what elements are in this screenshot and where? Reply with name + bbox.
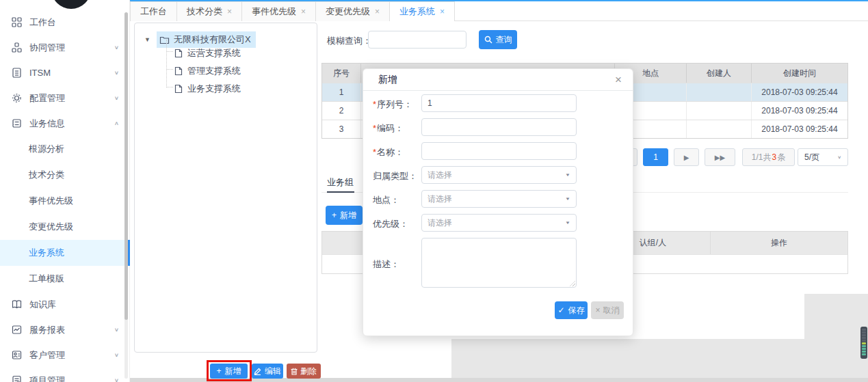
required-mark: * <box>373 123 376 133</box>
page-size-select[interactable]: 5/页 ∨ <box>798 148 848 166</box>
trash-icon <box>291 368 298 375</box>
sidebar-item-incident-priority[interactable]: 事件优先级 <box>0 188 130 214</box>
required-mark: * <box>373 147 376 157</box>
save-button[interactable]: ✓ 保存 <box>555 301 588 319</box>
delete-button[interactable]: 删除 <box>287 364 321 379</box>
chevron-down-icon: ∨ <box>114 352 119 358</box>
field-label: 优先级： <box>373 218 408 230</box>
edge-meter-widget <box>860 327 867 359</box>
sidebar-item-label: 配置管理 <box>29 92 65 105</box>
location-select[interactable]: 请选择 ▼ <box>421 190 577 208</box>
tab-business-system[interactable]: 业务系统 × <box>390 1 455 21</box>
field-label: 描述： <box>373 258 399 271</box>
sidebar-item-business-info[interactable]: 业务信息 ∧ <box>0 111 130 136</box>
app-window: 工作台 协同管理 ∨ ITSM ∨ 配置管理 <box>0 0 868 382</box>
priority-select[interactable]: 请选择 ▼ <box>421 214 577 232</box>
sidebar-item-collaboration[interactable]: 协同管理 ∨ <box>0 35 130 60</box>
app-logo <box>51 0 91 9</box>
tab-business-group[interactable]: 业务组 <box>327 176 354 189</box>
file-icon <box>174 84 183 94</box>
tab-label: 技术分类 <box>187 5 222 18</box>
sidebar-item-label: 项目管理 <box>29 374 65 382</box>
select-arrow-icon: ▼ <box>565 221 570 226</box>
add-button[interactable]: + 新增 <box>210 364 248 379</box>
close-icon[interactable]: × <box>440 7 445 16</box>
column-header-creator: 创建人 <box>687 64 752 83</box>
sidebar-scrollbar[interactable] <box>124 12 128 320</box>
form-row-sequence: *序列号： <box>363 94 633 112</box>
name-input[interactable] <box>421 142 577 160</box>
chevron-down-icon: ∨ <box>114 377 119 382</box>
caret-down-icon[interactable]: ▼ <box>144 36 150 43</box>
type-select[interactable]: 请选择 ▼ <box>421 166 577 184</box>
sidebar-item-customer-management[interactable]: 客户管理 ∨ <box>0 342 130 368</box>
sidebar-menu: 工作台 协同管理 ∨ ITSM ∨ 配置管理 <box>0 10 130 382</box>
sidebar-item-tech-category[interactable]: 技术分类 <box>0 162 130 188</box>
tab-label: 业务系统 <box>399 5 435 18</box>
sidebar-item-label: 业务信息 <box>29 118 65 130</box>
sidebar-item-change-priority[interactable]: 变更优先级 <box>0 214 130 240</box>
tab-change-priority[interactable]: 变更优先级 × <box>316 1 390 21</box>
tree-node-label: 业务支撑系统 <box>187 83 241 95</box>
sidebar-item-label: 协同管理 <box>29 42 65 54</box>
sidebar-item-root-cause[interactable]: 根源分析 <box>0 136 130 162</box>
sidebar-item-ticket-template[interactable]: 工单模版 <box>0 266 130 292</box>
tab-tech-category[interactable]: 技术分类 × <box>177 1 242 21</box>
cancel-button[interactable]: × 取消 <box>591 301 624 319</box>
sidebar-item-label: 服务报表 <box>29 324 65 336</box>
close-icon[interactable]: × <box>615 74 622 85</box>
gear-icon <box>11 93 22 104</box>
edit-button[interactable]: 编辑 <box>252 364 283 379</box>
chevron-down-icon: ∨ <box>114 95 119 101</box>
pagination-last-button[interactable]: ▶▶ <box>705 148 735 166</box>
select-arrow-icon: ▼ <box>565 173 570 178</box>
description-textarea[interactable] <box>421 238 577 288</box>
field-label: 地点： <box>373 194 399 206</box>
close-icon[interactable]: × <box>375 7 380 16</box>
code-input[interactable] <box>421 118 577 136</box>
sidebar-item-knowledge-base[interactable]: 知识库 <box>0 292 130 317</box>
sidebar-item-business-system[interactable]: 业务系统 <box>0 240 130 266</box>
pagination-page-1[interactable]: 1 <box>643 148 668 166</box>
sidebar-item-itsm[interactable]: ITSM ∨ <box>0 60 130 85</box>
page-background <box>804 294 868 382</box>
form-row-description: 描述： <box>363 238 633 288</box>
chevron-down-icon: ∨ <box>114 70 119 76</box>
pagination-next-button[interactable]: ▶ <box>674 148 699 166</box>
sidebar-item-service-report[interactable]: 服务报表 ∨ <box>0 317 130 342</box>
sidebar-item-project-management[interactable]: 项目管理 ∨ <box>0 368 130 382</box>
column-header-seq: 序号 <box>322 64 361 83</box>
select-arrow-icon: ▼ <box>565 197 570 202</box>
tree-node-business-support[interactable]: 业务支撑系统 <box>174 83 241 95</box>
tree-root-node[interactable]: ▼ 无限科技有限公司X <box>144 31 256 48</box>
document-icon <box>11 68 22 79</box>
close-icon[interactable]: × <box>301 7 306 16</box>
sidebar-item-configuration[interactable]: 配置管理 ∨ <box>0 85 130 111</box>
form-row-name: *名称： <box>363 142 633 160</box>
org-icon <box>11 42 22 53</box>
sidebar-item-label: 知识库 <box>29 299 56 311</box>
close-icon[interactable]: × <box>227 7 232 16</box>
tab-label: 事件优先级 <box>252 5 296 18</box>
tree-root-label: 无限科技有限公司X <box>174 33 251 46</box>
tab-workbench[interactable]: 工作台 <box>130 1 177 21</box>
query-button[interactable]: 查询 <box>479 30 517 49</box>
sidebar-item-workbench[interactable]: 工作台 <box>0 10 130 35</box>
tab-underline <box>327 191 354 193</box>
sequence-number-input[interactable] <box>421 94 577 112</box>
tree-node-management-support[interactable]: 管理支撑系统 <box>174 65 241 77</box>
required-mark: * <box>373 99 376 109</box>
field-label: 编码： <box>377 123 404 133</box>
column-header-actions: 操作 <box>711 232 847 254</box>
tree-node-label: 管理支撑系统 <box>187 65 241 77</box>
plus-icon: + <box>216 366 221 376</box>
field-label: 名称： <box>377 147 404 157</box>
sidebar-item-label: ITSM <box>29 68 51 78</box>
sidebar-item-label: 工作台 <box>29 16 56 29</box>
fuzzy-query-input[interactable] <box>368 31 466 49</box>
dialog-header: 新增 × <box>363 69 633 91</box>
tree-node-operation-support[interactable]: 运营支撑系统 <box>174 47 241 59</box>
tab-incident-priority[interactable]: 事件优先级 × <box>242 1 316 21</box>
group-add-button[interactable]: + 新增 <box>326 206 363 225</box>
chart-icon <box>11 325 22 336</box>
